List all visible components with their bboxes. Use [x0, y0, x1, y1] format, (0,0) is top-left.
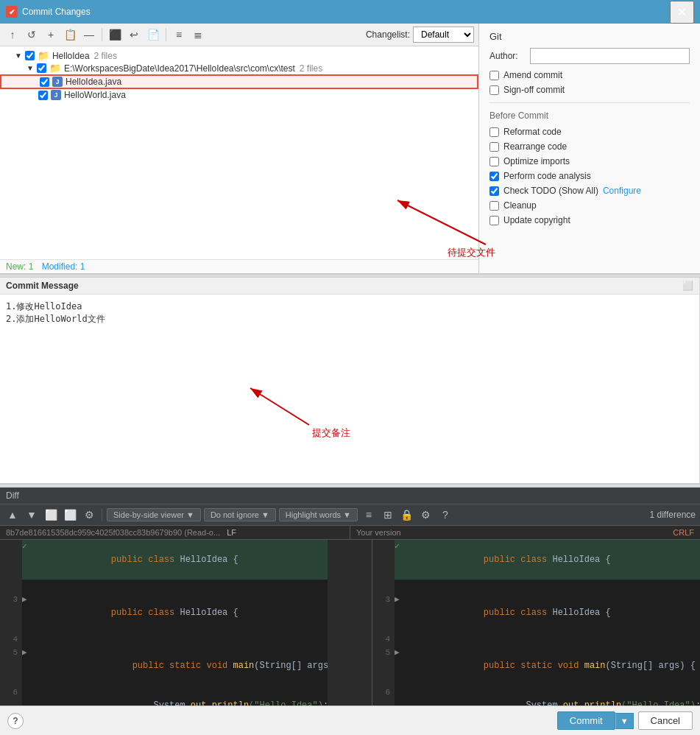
rearrange-label: Rearrange code — [503, 141, 567, 152]
diff-left-panel[interactable]: ✓ public class HelloIdea { 3 ▶ — [0, 540, 328, 706]
diff-line-right-4: 4 — [372, 633, 700, 646]
cleanup-label: Cleanup — [503, 200, 537, 211]
file-tree: ▼ 📁 HelloIdea 2 files ▼ 📁 E:\WorkspacesB… — [0, 46, 478, 259]
remove-btn[interactable]: — — [81, 27, 97, 43]
bottom-bar: ? Commit ▼ Cancel — [0, 706, 700, 735]
root-label: HelloIdea — [52, 51, 90, 61]
commit-msg-left: Commit Message ⬜ 1.修改HelloIdea 2.添加Hello… — [0, 278, 700, 483]
diff-line-left-check: ✓ public class HelloIdea { — [0, 540, 328, 580]
commit-button[interactable]: Commit — [557, 711, 615, 730]
diff-settings[interactable]: ⚙ — [81, 507, 97, 523]
title-bar: ✔ Commit Changes ✕ — [0, 0, 700, 24]
help-button[interactable]: ? — [7, 713, 24, 729]
diff-line-right-3: 3 ▶ public class HelloIdea { — [372, 593, 700, 633]
todo-checkbox[interactable] — [489, 186, 499, 196]
reformat-checkbox[interactable] — [489, 127, 499, 137]
optimize-row: Optimize imports — [489, 156, 690, 166]
commit-msg-title: Commit Message — [6, 281, 79, 291]
diff-count: 1 difference — [650, 510, 696, 520]
path-checkbox[interactable] — [37, 63, 46, 73]
tree-root[interactable]: ▼ 📁 HelloIdea 2 files — [0, 49, 478, 62]
signoff-label: Sign-off commit — [503, 85, 565, 95]
refresh-btn[interactable]: ↺ — [24, 27, 40, 43]
helloworld-file[interactable]: J HelloWorld.java — [0, 89, 478, 101]
arrow-right-5: ▶ — [395, 646, 406, 686]
helloidea-label: HelloIdea.java — [66, 77, 121, 87]
amend-commit-row: Amend commit — [489, 70, 690, 80]
amend-checkbox[interactable] — [489, 71, 499, 80]
diff-help-btn[interactable]: ? — [437, 507, 453, 523]
title-bar-left: ✔ Commit Changes — [6, 6, 91, 18]
reformat-row: Reformat code — [489, 127, 690, 137]
diff-copy-left[interactable]: ⬜ — [43, 507, 59, 523]
root-checkbox[interactable] — [25, 51, 35, 60]
diff-viewer-btn[interactable]: Side-by-side viewer ▼ — [107, 508, 201, 521]
close-button[interactable]: ✕ — [670, 1, 694, 24]
status-new: New: 1 — [6, 261, 33, 272]
commit-dropdown-btn[interactable]: ▼ — [615, 713, 634, 729]
undo-btn[interactable]: ↩ — [126, 27, 142, 43]
app-icon: ✔ — [6, 6, 18, 18]
expand-icon[interactable]: ⬜ — [682, 281, 693, 291]
status-area: New: 1 Modified: 1 待提交文件 — [0, 259, 478, 273]
check-btn[interactable]: ⬛ — [107, 27, 123, 43]
diff-highlight-btn[interactable]: Highlight words ▼ — [279, 508, 358, 521]
diff-grid-btn[interactable]: ⊞ — [380, 507, 396, 523]
diff-section: Diff ▲ ▼ ⬜ ⬜ ⚙ Side-by-side viewer ▼ Do … — [0, 488, 700, 706]
diff-viewer-label: Side-by-side viewer — [113, 510, 184, 519]
optimize-checkbox[interactable] — [489, 157, 499, 166]
group-btn[interactable]: ≣ — [190, 27, 206, 43]
sort-btn[interactable]: ≡ — [171, 27, 187, 43]
helloworld-checkbox[interactable] — [38, 91, 48, 100]
signoff-checkbox[interactable] — [489, 85, 499, 95]
arrow-right-3: ▶ — [395, 593, 406, 633]
diff-line-right-empty1 — [372, 580, 700, 593]
diff-line-left-4: 4 — [0, 633, 328, 646]
rearrange-checkbox[interactable] — [489, 142, 499, 152]
changelist-dropdown[interactable]: Default — [413, 27, 474, 43]
author-input[interactable] — [530, 48, 690, 64]
right-panel: Git Author: Amend commit Sign-off commit… — [479, 24, 700, 273]
helloidea-checkbox[interactable] — [40, 77, 49, 87]
helloidea-file[interactable]: J HelloIdea.java — [0, 74, 478, 89]
separator-2 — [166, 28, 166, 41]
root-count: 2 files — [94, 51, 117, 61]
signoff-commit-row: Sign-off commit — [489, 85, 690, 95]
tree-path[interactable]: ▼ 📁 E:\WorkspacesBigDate\Idea2017\HelloI… — [0, 62, 478, 74]
optimize-label: Optimize imports — [503, 156, 570, 166]
copyright-label: Update copyright — [503, 215, 570, 225]
cleanup-checkbox[interactable] — [489, 201, 499, 211]
status-modified: Modified: 1 — [42, 261, 85, 272]
diff-gear-btn[interactable]: ⚙ — [418, 507, 434, 523]
diff-up-btn[interactable]: ▲ — [4, 507, 21, 523]
check-icon: ✓ — [22, 540, 34, 580]
diff-right-panel[interactable]: ✓ public class HelloIdea { 3 ▶ — [372, 540, 700, 706]
copyright-checkbox[interactable] — [489, 216, 499, 225]
todo-label: Check TODO (Show All) — [503, 186, 598, 196]
cancel-button[interactable]: Cancel — [638, 711, 693, 730]
diff-content: 8b7de816615358dc959c4025f038cc83b9679b90… — [0, 526, 700, 706]
add-btn[interactable]: + — [43, 27, 59, 43]
diff-ignore-btn[interactable]: Do not ignore ▼ — [204, 508, 276, 521]
diff-lock-btn[interactable]: 🔒 — [399, 507, 415, 523]
commit-textarea[interactable]: 1.修改HelloIdea 2.添加HelloWorld文件 — [0, 295, 699, 483]
path-label: E:\WorkspacesBigDate\Idea2017\HelloIdea\… — [64, 63, 295, 74]
diff-down-btn[interactable]: ▼ — [24, 507, 40, 523]
check-icon-right: ✓ — [395, 540, 406, 580]
git-divider — [489, 102, 690, 103]
configure-link[interactable]: Configure — [603, 186, 641, 196]
move-up-btn[interactable]: ↑ — [4, 27, 21, 43]
arrow-left-5: ▶ — [22, 646, 34, 686]
diff-align-btn[interactable]: ≡ — [361, 507, 377, 523]
doc-btn[interactable]: 📄 — [145, 27, 161, 43]
diff-right-filename: Your version — [356, 528, 401, 537]
diff-copy-right[interactable]: ⬜ — [62, 507, 78, 523]
analysis-checkbox[interactable] — [489, 172, 499, 181]
status-bar: New: 1 Modified: 1 — [0, 259, 478, 273]
copy-btn[interactable]: 📋 — [62, 27, 78, 43]
diff-left-file: 8b7de816615358dc959c4025f038cc83b9679b90… — [0, 526, 350, 539]
amend-label: Amend commit — [503, 70, 562, 80]
reformat-label: Reformat code — [503, 127, 562, 137]
diff-file-headers: 8b7de816615358dc959c4025f038cc83b9679b90… — [0, 526, 700, 540]
diff-line-left-empty1 — [0, 580, 328, 593]
